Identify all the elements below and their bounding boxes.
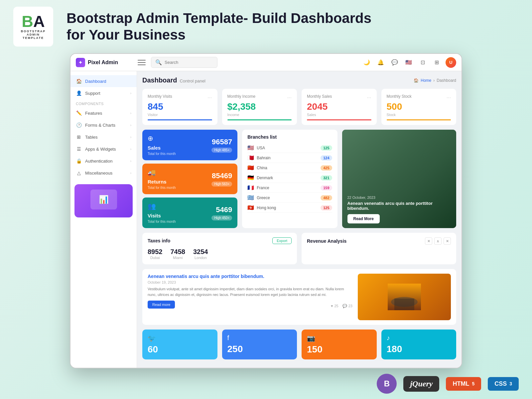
promo-image: 📊 [90, 190, 117, 209]
hamburger-button[interactable] [136, 57, 147, 68]
grid-icon[interactable]: ⊞ [432, 58, 442, 67]
nav-icons: 🌙 🔔 💬 🇺🇸 ⊡ ⊞ U [362, 57, 456, 68]
tables-icon: ⊞ [76, 134, 82, 140]
stat-value-visits: 845 [148, 101, 212, 112]
breadcrumb-current: Dashboard [437, 78, 456, 83]
arrow-icon: › [130, 111, 131, 115]
search-box[interactable]: 🔍 [151, 57, 217, 68]
sidebar-item-forms-charts[interactable]: 🕐 Forms & Charts › [70, 119, 137, 131]
revenue-close-button[interactable]: ✕ [425, 237, 432, 245]
features-icon: ✏️ [76, 110, 82, 116]
flag-france: 🇫🇷 [247, 185, 254, 191]
stat-dots-stock[interactable]: ... [447, 93, 451, 99]
social-value-facebook: 250 [227, 344, 243, 354]
arrow-icon: › [130, 135, 131, 139]
visits-card-subtitle: Total for this month [148, 220, 176, 223]
read-more-button[interactable]: Read More [347, 214, 380, 223]
sidebar-item-authentication[interactable]: 🔒 Authentication › [70, 155, 137, 167]
forms-icon: 🕐 [76, 122, 82, 128]
social-card-tiktok: ♪ 180 [381, 330, 457, 359]
sidebar-item-apps[interactable]: ☰ Apps & Widgets › [70, 143, 137, 155]
blog-post-text: Vestibulum volutpat, ante sit amet digni… [148, 286, 352, 297]
visits-card-icon: 👥 [148, 202, 176, 210]
arrow-icon: › [130, 91, 131, 95]
tax-london: 3254 London [193, 248, 208, 260]
middle-section: ⊕ Sales Total for this month 96587 High … [142, 130, 456, 228]
stat-sublabel-income: Income [227, 113, 292, 117]
sales-card-subtitle: Total for this month [148, 152, 176, 156]
export-button[interactable]: Export [272, 237, 292, 244]
arrow-icon: › [130, 171, 131, 175]
blog-likes: ♥ 25 [331, 304, 338, 308]
stat-value-sales: 2045 [307, 101, 371, 112]
revenue-card: Revenue Analysis ✕ ∧ ✕ [302, 233, 456, 264]
sales-card-sales: ⊕ Sales Total for this month 96587 High … [142, 130, 237, 160]
social-value-instagram: 150 [307, 344, 323, 355]
arrow-icon: › [130, 123, 131, 127]
blog-section: Aenean venenatis arcu quis ante porttito… [142, 269, 456, 325]
stat-label-visits: Monthly Visits [148, 94, 172, 99]
stat-dots-sales[interactable]: ... [367, 93, 371, 99]
sidebar-item-features[interactable]: ✏️ Features › [70, 107, 137, 119]
stat-value-stock: 500 [387, 101, 451, 112]
revenue-controls: ✕ ∧ ✕ [425, 237, 451, 245]
dashboard-content: Dashboard Control panel 🏠 Home › Dashboa… [137, 71, 462, 368]
branch-row-china: 🇨🇳 China 425 [247, 163, 332, 173]
stat-bar-sales [307, 119, 371, 120]
stat-card-sales: Monthly Sales ... 2045 Sales [302, 89, 377, 125]
breadcrumb-home[interactable]: Home [421, 78, 431, 83]
flag-usa: 🇺🇸 [247, 145, 254, 151]
page-subtitle: Control panel [180, 78, 205, 83]
visits-card-badge: High 450+ [211, 215, 232, 220]
blog-read-more-button[interactable]: Read more [148, 301, 175, 309]
stat-bar-income [227, 119, 292, 120]
stat-value-income: $2,358 [227, 101, 292, 112]
stat-dots-visits[interactable]: ... [207, 93, 212, 99]
flag-icon[interactable]: 🇺🇸 [404, 58, 414, 67]
stat-dots-income[interactable]: ... [287, 93, 292, 99]
bell-icon[interactable]: 🔔 [376, 58, 386, 67]
search-icon: 🔍 [155, 59, 162, 66]
sidebar-item-support[interactable]: 👤 Support › [70, 87, 137, 99]
user-avatar[interactable]: U [446, 57, 456, 68]
branches-card: Branches list 🇺🇸 USA 125 🇧🇭 Bahrain 124 [242, 130, 337, 228]
sidebar-item-misc[interactable]: △ Miscellaneous › [70, 167, 137, 179]
dashboard-icon: 🏠 [76, 78, 82, 84]
instagram-icon: 📷 [307, 334, 315, 342]
returns-card-subtitle: Total for this month [148, 186, 176, 190]
home-icon: 🏠 [414, 78, 419, 83]
chat-icon[interactable]: 💬 [390, 58, 400, 67]
branch-row-hongkong: 🇭🇰 Hong kong 125 [247, 203, 332, 213]
search-input[interactable] [165, 60, 211, 65]
flag-hongkong: 🇭🇰 [247, 204, 254, 211]
image-card-title: Aenean venenatis arcu quis ante porttito… [347, 201, 451, 211]
flag-denmark: 🇩🇪 [247, 175, 254, 181]
branch-row-bahrain: 🇧🇭 Bahrain 124 [247, 153, 332, 163]
sidebar-item-dashboard[interactable]: 🏠 Dashboard [70, 75, 137, 87]
sidebar-promo: 📊 [74, 184, 133, 217]
bottom-section: Taxes info Export 8952 Dubai 7458 Miami [142, 233, 456, 264]
breadcrumb-bar: Dashboard Control panel 🏠 Home › Dashboa… [142, 76, 456, 84]
stat-bar-visits [148, 119, 212, 120]
blog-post: Aenean venenatis arcu quis ante porttito… [148, 274, 352, 320]
nav-logo-icon: ✦ [76, 58, 85, 67]
social-card-instagram: 📷 150 [302, 330, 377, 359]
branch-row-usa: 🇺🇸 USA 125 [247, 143, 332, 153]
tiktok-icon: ♪ [387, 334, 390, 342]
revenue-collapse-button[interactable]: ∧ [434, 237, 442, 245]
sales-card-title: Sales [148, 145, 176, 151]
brand-logo: BA BOOTSTRAP ADMIN TEMPLATE [13, 7, 53, 47]
sales-cards: ⊕ Sales Total for this month 96587 High … [142, 130, 237, 228]
revenue-expand-button[interactable]: ✕ [444, 237, 451, 245]
sidebar-item-tables[interactable]: ⊞ Tables › [70, 131, 137, 143]
stat-bar-stock [387, 119, 451, 120]
branch-row-france: 🇫🇷 France 159 [247, 183, 332, 193]
sales-card-badge: High 485+ [211, 148, 232, 153]
theme-toggle-icon[interactable]: 🌙 [362, 58, 372, 67]
returns-card-badge: High 563+ [211, 182, 232, 187]
blog-comments: 💬 23 [342, 304, 352, 308]
expand-icon[interactable]: ⊡ [418, 58, 428, 67]
facebook-icon: f [227, 334, 229, 342]
returns-card-title: Returns [148, 179, 176, 185]
page-title: Dashboard [142, 76, 177, 84]
